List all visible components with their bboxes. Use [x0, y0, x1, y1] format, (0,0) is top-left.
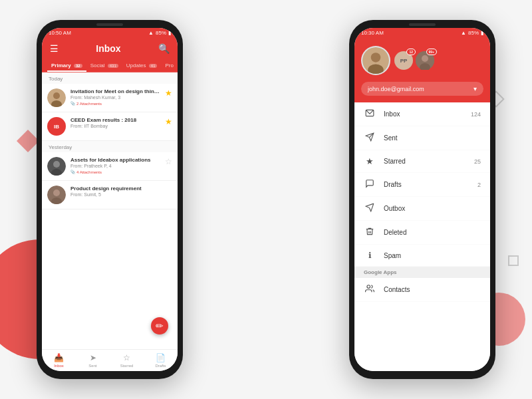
menu-contacts-label: Contacts	[384, 286, 481, 293]
tab-pro-label: Pro	[165, 63, 173, 68]
attachment-icon-1: 📎	[70, 101, 75, 106]
drawer-menu: Inbox 124 Sent ★ Starred 25 Drafts	[354, 102, 490, 371]
menu-item-inbox[interactable]: Inbox 124	[354, 102, 490, 126]
menu-starred-label: Starred	[384, 158, 474, 165]
email-content-1: Invitation for Meet on design thinking F…	[70, 88, 162, 106]
bg-diamond-left	[17, 130, 39, 152]
tabs-bar: Primary 32 Social 431 Updates 41 Pro	[42, 59, 178, 72]
app-header-left: ☰ Inbox 🔍	[42, 38, 178, 59]
nav-drafts[interactable]: 📄 Drafts	[144, 350, 178, 371]
avatar-1	[47, 88, 66, 107]
email-item-1[interactable]: Invitation for Meet on design thinking F…	[42, 84, 178, 112]
drawer-header: PP 12 99+ john.doe@gmail.com	[354, 38, 490, 102]
nav-sent[interactable]: ➤ Sent	[76, 350, 110, 371]
drawer-avatars: PP 12 99+	[361, 46, 483, 75]
tab-primary-label: Primary	[51, 63, 71, 68]
menu-item-contacts[interactable]: Contacts	[354, 278, 490, 302]
tab-updates-badge: 41	[149, 64, 158, 68]
nav-sent-icon: ➤	[90, 353, 96, 362]
menu-sent-icon	[364, 132, 376, 144]
menu-inbox-icon	[364, 108, 376, 120]
menu-item-outbox[interactable]: Outbox	[354, 197, 490, 221]
menu-deleted-icon	[364, 227, 376, 238]
drawer-main-avatar[interactable]	[361, 46, 390, 75]
email-subject-4: Product design requirement	[70, 186, 172, 192]
search-icon-header[interactable]: 🔍	[158, 43, 170, 54]
menu-item-drafts[interactable]: Drafts 2	[354, 173, 490, 197]
bottom-nav: 📥 Inbox ➤ Sent ☆ Starred 📄 Drafts	[42, 349, 178, 371]
menu-inbox-count: 124	[471, 111, 481, 118]
fab-compose[interactable]: ✏	[151, 317, 168, 334]
menu-outbox-icon	[364, 203, 376, 214]
menu-drafts-icon	[364, 179, 376, 190]
left-phone-screen: 10:50 AM ▲ 85% ▮ ☰ Inbox 🔍 Primary 32	[42, 28, 178, 371]
svg-point-4	[53, 161, 60, 168]
inbox-title: Inbox	[96, 43, 120, 54]
tab-primary-badge: 32	[74, 64, 82, 68]
svg-point-1	[53, 92, 60, 99]
left-phone: 10:50 AM ▲ 85% ▮ ☰ Inbox 🔍 Primary 32	[37, 20, 183, 379]
hamburger-icon[interactable]: ☰	[50, 43, 59, 54]
attachment-count-3: 4 Attachments	[76, 170, 102, 174]
svg-point-7	[53, 190, 60, 196]
drawer-small-avatars: PP 12 99+	[394, 51, 434, 70]
star-icon-1[interactable]: ★	[165, 88, 172, 98]
email-subject-3: Assets for Ideabox applications	[70, 157, 162, 163]
avatar-face-4	[47, 186, 66, 204]
status-bar-right: 10:30 AM ▲ 85% ▮	[354, 28, 490, 38]
wifi-icon-left: ▲	[148, 30, 154, 36]
menu-sent-label: Sent	[384, 134, 481, 142]
menu-item-starred[interactable]: ★ Starred 25	[354, 150, 490, 173]
nav-inbox[interactable]: 📥 Inbox	[42, 350, 76, 371]
tab-pro[interactable]: Pro	[161, 59, 177, 72]
menu-starred-count: 25	[474, 158, 481, 165]
avatar-4	[47, 186, 66, 204]
email-item-3[interactable]: Assets for Ideabox applications From: Pr…	[42, 152, 178, 181]
avatar-badge-2: 99+	[426, 49, 437, 55]
tab-social-badge: 431	[108, 64, 118, 68]
menu-spam-icon: ℹ	[364, 251, 376, 260]
email-from-4: From: Sumit, 5	[70, 192, 172, 197]
section-today: Today	[42, 72, 178, 84]
nav-starred[interactable]: ☆ Starred	[110, 350, 144, 371]
svg-point-10	[371, 53, 381, 63]
battery-right: 85%	[468, 30, 479, 36]
email-from-2: From: IIT Bombay	[70, 124, 162, 128]
section-yesterday: Yesterday	[42, 141, 178, 152]
menu-outbox-label: Outbox	[384, 205, 481, 212]
email-content-3: Assets for Ideabox applications From: Pr…	[70, 157, 162, 174]
svg-point-18	[367, 285, 370, 289]
avatar-3	[47, 157, 66, 176]
email-item-4[interactable]: Product design requirement From: Sumit, …	[42, 181, 178, 209]
battery-left: 85%	[156, 30, 166, 36]
star-icon-2[interactable]: ★	[165, 117, 172, 126]
menu-drafts-label: Drafts	[384, 181, 477, 188]
attachment-count-1: 2 Attachments	[76, 102, 102, 106]
star-icon-3[interactable]: ☆	[165, 157, 172, 166]
email-subject-2: CEED Exam results : 2018	[70, 117, 162, 123]
nav-starred-icon: ☆	[123, 353, 130, 362]
menu-item-deleted[interactable]: Deleted	[354, 221, 490, 245]
email-item-2[interactable]: IB CEED Exam results : 2018 From: IIT Bo…	[42, 112, 178, 141]
email-attachment-1: 📎 2 Attachments	[70, 101, 162, 106]
right-phone-screen: 10:30 AM ▲ 85% ▮	[354, 28, 490, 371]
tab-updates[interactable]: Updates 41	[122, 59, 162, 72]
small-avatar-pp[interactable]: PP 12	[394, 51, 413, 70]
menu-starred-icon: ★	[364, 156, 376, 166]
email-selector[interactable]: john.doe@gmail.com ▾	[361, 82, 483, 96]
menu-item-sent[interactable]: Sent	[354, 126, 490, 150]
attachment-icon-3: 📎	[70, 170, 75, 174]
tab-primary[interactable]: Primary 32	[47, 59, 86, 72]
avatar-2: IB	[47, 117, 66, 136]
small-avatar-2[interactable]: 99+	[416, 51, 434, 70]
menu-inbox-label: Inbox	[384, 110, 471, 118]
status-bar-left: 10:50 AM ▲ 85% ▮	[42, 28, 178, 38]
small-avatar-pp-initials: PP	[400, 58, 408, 64]
menu-item-spam[interactable]: ℹ Spam	[354, 245, 490, 267]
email-attachment-3: 📎 4 Attachments	[70, 170, 162, 174]
wifi-icon-right: ▲	[461, 30, 466, 36]
email-selector-arrow: ▾	[473, 85, 477, 92]
nav-inbox-label: Inbox	[54, 364, 64, 368]
tab-social[interactable]: Social 431	[86, 59, 122, 72]
menu-drafts-count: 2	[477, 182, 481, 188]
